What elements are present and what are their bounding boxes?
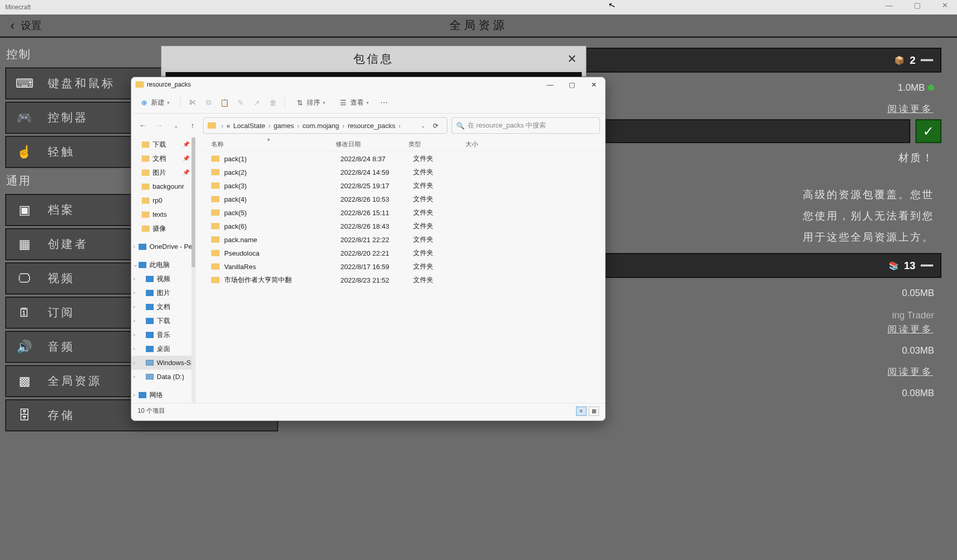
tree-item[interactable]: ›音乐 [131, 328, 195, 342]
tree-label: Data (D:) [157, 373, 184, 381]
breadcrumb-segment[interactable]: com.mojang [303, 122, 339, 130]
tree-item[interactable]: ⌄此电脑 [131, 258, 195, 272]
folder-icon [211, 183, 220, 189]
file-explorer-window: resource_packs — ▢ ✕ ⊕新建▾ ✀ ⧉ 📋 ✎ ↗ 🗑 ⇅排… [131, 77, 606, 421]
tree-item[interactable]: ›Windows-SSD [131, 356, 195, 370]
tree-item[interactable]: backgounr [131, 179, 195, 193]
breadcrumb-segment[interactable]: games [274, 122, 294, 130]
folder-icon [211, 250, 220, 256]
tree-item[interactable]: rp0 [131, 193, 195, 207]
nav-tree[interactable]: 下载📌文档📌图片📌backgounrrp0texts摄像›OneDrive - … [131, 137, 196, 403]
pin-icon: 📌 [183, 169, 190, 176]
more-icon[interactable]: ⋯ [379, 98, 388, 107]
file-name: pack(2) [224, 169, 340, 176]
storage-icon: 🗄 [15, 404, 36, 426]
scrollbar[interactable] [192, 137, 195, 403]
file-date: 2022/8/24 14:59 [340, 169, 413, 176]
file-list[interactable]: ▴ 名称 修改日期 类型 大小 pack(1) 2022/8/24 8:37 文… [196, 137, 605, 403]
refresh-icon[interactable]: ⟳ [428, 122, 443, 130]
tree-item[interactable]: ›网络 [131, 388, 195, 402]
table-row[interactable]: pack(4) 2022/8/26 10:53 文件夹 [196, 192, 605, 206]
new-button[interactable]: ⊕新建▾ [136, 96, 173, 109]
rename-icon[interactable]: ✎ [236, 98, 245, 107]
delete-icon[interactable]: 🗑 [268, 98, 277, 107]
col-type[interactable]: 类型 [408, 140, 466, 149]
breadcrumb-segment[interactable]: LocalState [234, 122, 265, 130]
table-row[interactable]: pack(3) 2022/8/25 19:17 文件夹 [196, 179, 605, 192]
view-button[interactable]: ☰查看▾ [336, 96, 372, 109]
minimize-icon[interactable]: — [541, 78, 559, 91]
folder-icon [146, 374, 154, 380]
tree-item[interactable]: ›文档 [131, 300, 195, 314]
file-date: 2022/8/25 19:17 [340, 182, 413, 190]
cut-icon[interactable]: ✀ [188, 98, 197, 107]
copy-icon[interactable]: ⧉ [204, 98, 213, 107]
tree-item[interactable]: 摄像 [131, 221, 195, 235]
chevron-icon: › [133, 374, 139, 380]
column-headers[interactable]: ▴ 名称 修改日期 类型 大小 [196, 137, 605, 152]
forward-icon[interactable]: → [153, 119, 166, 132]
tree-label: 图片 [153, 168, 166, 177]
details-view-icon[interactable]: ≡ [576, 407, 586, 416]
folder-icon [142, 142, 149, 148]
table-row[interactable]: pack(1) 2022/8/24 8:37 文件夹 [196, 152, 605, 165]
tree-item[interactable]: ›图片 [131, 286, 195, 300]
table-row[interactable]: pack.name 2022/8/21 22:22 文件夹 [196, 233, 605, 246]
tree-item[interactable]: ›OneDrive - Pers [131, 240, 195, 254]
table-row[interactable]: 市场创作者大亨简中翻 2022/8/23 21:52 文件夹 [196, 273, 605, 287]
minimize-icon[interactable]: — [880, 1, 898, 9]
confirm-button[interactable]: ✓ [915, 119, 941, 143]
table-row[interactable]: pack(2) 2022/8/24 14:59 文件夹 [196, 165, 605, 179]
tree-item[interactable]: ›Data (D:) [131, 370, 195, 384]
table-row[interactable]: VanillaRes 2022/8/17 16:59 文件夹 [196, 260, 605, 273]
back-icon[interactable]: ← [136, 119, 149, 132]
tree-label: 文档 [153, 154, 166, 163]
tree-label: backgounr [153, 183, 184, 190]
breadcrumb-segment[interactable]: resource_packs [348, 122, 395, 130]
col-name[interactable]: 名称 [211, 140, 336, 149]
folder-icon [211, 223, 220, 229]
explorer-titlebar[interactable]: resource_packs — ▢ ✕ [131, 77, 605, 92]
close-icon[interactable]: ✕ [584, 78, 603, 91]
sort-button[interactable]: ⇅排序▾ [292, 96, 329, 109]
tree-item[interactable]: 文档📌 [131, 151, 195, 165]
breadcrumb[interactable]: › « LocalState› games› com.mojang› resou… [203, 117, 447, 134]
close-icon[interactable]: ✕ [567, 52, 579, 66]
file-date: 2022/8/26 18:43 [340, 222, 413, 230]
tree-item[interactable]: texts [131, 207, 195, 221]
audio-icon: 🔊 [15, 336, 36, 358]
close-icon[interactable]: ✕ [936, 1, 954, 9]
chevron-icon: › [133, 392, 139, 398]
chevron-icon: › [133, 346, 139, 352]
table-row[interactable]: pack(5) 2022/8/26 15:11 文件夹 [196, 206, 605, 219]
col-date[interactable]: 修改日期 [336, 140, 408, 149]
chevron-down-icon[interactable]: ⌄ [170, 119, 182, 132]
tiles-view-icon[interactable]: ▦ [589, 407, 599, 416]
up-icon[interactable]: ↑ [186, 119, 199, 132]
table-row[interactable]: pack(6) 2022/8/26 18:43 文件夹 [196, 219, 605, 233]
tree-label: texts [153, 211, 167, 218]
paste-icon[interactable]: 📋 [220, 98, 229, 107]
scrollbar-thumb[interactable] [192, 137, 195, 267]
col-size[interactable]: 大小 [466, 140, 502, 149]
resources-icon: ▩ [15, 370, 36, 392]
tree-label: 图片 [157, 288, 170, 298]
tree-item[interactable]: ›视频 [131, 272, 195, 286]
file-name: pack(3) [224, 182, 340, 190]
chevron-down-icon[interactable]: ⌄ [421, 123, 425, 129]
file-type: 文件夹 [413, 154, 470, 163]
share-icon[interactable]: ↗ [252, 98, 261, 107]
maximize-icon[interactable]: ▢ [563, 78, 581, 91]
breadcrumb-segment[interactable]: « [226, 122, 230, 130]
folder-icon [211, 209, 220, 216]
chevron-icon: › [133, 244, 139, 249]
tree-item[interactable]: 图片📌 [131, 165, 195, 179]
tree-item[interactable]: 下载📌 [131, 137, 195, 151]
file-name: pack(5) [224, 209, 340, 217]
box-icon: 📦 [894, 55, 905, 65]
tree-item[interactable]: ›下载 [131, 314, 195, 328]
search-input[interactable]: 🔍 在 resource_packs 中搜索 [452, 117, 600, 134]
tree-item[interactable]: ›桌面 [131, 342, 195, 356]
maximize-icon[interactable]: ▢ [908, 1, 926, 9]
table-row[interactable]: Pseudoloca 2022/8/20 22:21 文件夹 [196, 246, 605, 260]
